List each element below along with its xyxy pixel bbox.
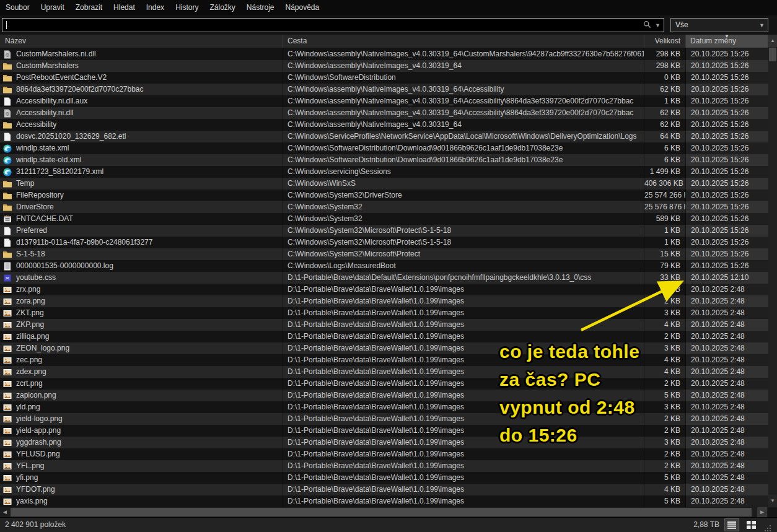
table-row[interactable]: Accessibility.ni.dll.auxC:\Windows\assem…	[0, 95, 768, 107]
status-bar: 2 402 901 položek 2,88 TB	[0, 517, 777, 532]
file-size: 6 KB	[644, 154, 686, 166]
table-row[interactable]: Accessibility.ni.dllC:\Windows\assembly\…	[0, 107, 768, 119]
menu-item-zalozky[interactable]: Záložky	[204, 0, 240, 15]
table-row[interactable]: zcrt.pngD:\1-Portable\Brave\data\BraveWa…	[0, 378, 768, 390]
horizontal-scrollbar-thumb[interactable]	[11, 508, 752, 517]
file-date: 20.10.2025 2:48	[686, 354, 768, 366]
file-icon	[2, 226, 12, 236]
scroll-right-button[interactable]: ►	[757, 507, 767, 517]
table-row[interactable]: TempC:\Windows\WinSxS406 306 KB20.10.202…	[0, 178, 768, 190]
file-size: 4 KB	[644, 354, 686, 366]
table-row[interactable]: ZEON_logo.pngD:\1-Portable\Brave\data\Br…	[0, 342, 768, 354]
table-row[interactable]: dosvc.20251020_132629_682.etlC:\Windows\…	[0, 131, 768, 142]
file-size: 298 KB	[644, 60, 686, 72]
png-icon	[2, 344, 12, 354]
css-icon	[2, 273, 12, 283]
table-row[interactable]: yaxis.pngD:\1-Portable\Brave\data\BraveW…	[0, 495, 768, 507]
file-date: 20.10.2025 15:26	[686, 142, 768, 154]
table-row[interactable]: ZKT.pngD:\1-Portable\Brave\data\BraveWal…	[0, 307, 768, 319]
menu-item-zobrazit[interactable]: Zobrazit	[70, 0, 108, 15]
menu-item-hledat[interactable]: Hledat	[108, 0, 141, 15]
column-header-size[interactable]: Velikost	[644, 35, 686, 48]
search-box[interactable]: ▼	[2, 18, 664, 32]
table-row[interactable]: zora.pngD:\1-Portable\Brave\data\BraveWa…	[0, 295, 768, 307]
edge-icon	[2, 144, 12, 154]
table-row[interactable]: PostRebootEventCache.V2C:\Windows\Softwa…	[0, 72, 768, 84]
file-date: 20.10.2025 2:48	[686, 307, 768, 319]
table-row[interactable]: DriverStoreC:\Windows\System3225 576 876…	[0, 201, 768, 213]
vertical-scrollbar[interactable]: ▲ ▼	[768, 35, 777, 507]
table-row[interactable]: YFL.pngD:\1-Portable\Brave\data\BraveWal…	[0, 460, 768, 472]
table-row[interactable]: 31211723_581202179.xmlC:\Windows\servici…	[0, 166, 768, 178]
table-row[interactable]: 8864da3ef339720e00f2d7070c27bbacC:\Windo…	[0, 84, 768, 95]
table-row[interactable]: yield-app.pngD:\1-Portable\Brave\data\Br…	[0, 425, 768, 437]
table-row[interactable]: yfi.pngD:\1-Portable\Brave\data\BraveWal…	[0, 472, 768, 484]
file-size: 3 KB	[644, 401, 686, 413]
table-row[interactable]: CustomMarshalers.ni.dllC:\Windows\assemb…	[0, 48, 768, 60]
filter-dropdown[interactable]: Vše ▼	[670, 18, 768, 32]
table-row[interactable]: zapicon.pngD:\1-Portable\Brave\data\Brav…	[0, 390, 768, 401]
column-header-path[interactable]: Cesta	[283, 35, 644, 48]
file-date: 20.10.2025 15:26	[686, 154, 768, 166]
table-row[interactable]: zrx.pngD:\1-Portable\Brave\data\BraveWal…	[0, 284, 768, 295]
table-row[interactable]: FileRepositoryC:\Windows\System32\Driver…	[0, 190, 768, 201]
table-row[interactable]: yld.pngD:\1-Portable\Brave\data\BraveWal…	[0, 401, 768, 413]
table-row[interactable]: zec.pngD:\1-Portable\Brave\data\BraveWal…	[0, 354, 768, 366]
table-row[interactable]: YFLUSD.pngD:\1-Portable\Brave\data\Brave…	[0, 448, 768, 460]
table-row[interactable]: zilliqa.pngD:\1-Portable\Brave\data\Brav…	[0, 331, 768, 342]
folder-icon	[2, 250, 12, 259]
file-name: yield-logo.png	[16, 413, 63, 425]
menu-item-history[interactable]: History	[170, 0, 204, 15]
table-row[interactable]: windlp.state.xmlC:\Windows\SoftwareDistr…	[0, 142, 768, 154]
file-name: 0000001535-0000000000.log	[16, 260, 113, 272]
table-row[interactable]: AccessibilityC:\Windows\assembly\NativeI…	[0, 119, 768, 131]
search-input[interactable]	[9, 19, 622, 32]
column-header-date[interactable]: ▼ Datum změny	[686, 35, 768, 48]
file-name: yfi.png	[16, 472, 38, 484]
table-row[interactable]: YFDOT.pngD:\1-Portable\Brave\data\BraveW…	[0, 484, 768, 495]
file-size: 1 KB	[644, 225, 686, 237]
menu-item-index[interactable]: Index	[141, 0, 170, 15]
menu-item-soubor[interactable]: Soubor	[0, 0, 35, 15]
scroll-up-button[interactable]: ▲	[768, 35, 777, 47]
png-icon	[2, 414, 12, 424]
table-row[interactable]: FNTCACHE.DATC:\Windows\System32589 KB20.…	[0, 213, 768, 225]
table-row[interactable]: CustomMarshalersC:\Windows\assembly\Nati…	[0, 60, 768, 72]
file-date: 20.10.2025 2:48	[686, 378, 768, 390]
table-row[interactable]: d137911b-011a-4fa7-b9b0-c248061f3277C:\W…	[0, 237, 768, 248]
table-row[interactable]: windlp.state-old.xmlC:\Windows\SoftwareD…	[0, 154, 768, 166]
horizontal-scrollbar[interactable]: ◄ ►	[0, 507, 768, 517]
table-row[interactable]: zdex.pngD:\1-Portable\Brave\data\BraveWa…	[0, 366, 768, 378]
menu-bar: SouborUpravitZobrazitHledatIndexHistoryZ…	[0, 0, 777, 15]
file-name: FileRepository	[16, 190, 64, 201]
list-view-icon[interactable]	[725, 519, 739, 531]
menu-item-napoveda[interactable]: Nápověda	[280, 0, 325, 15]
column-header-name[interactable]: Název	[0, 35, 283, 48]
file-name: S-1-5-18	[16, 248, 45, 260]
file-path: D:\1-Portable\Brave\data\BraveWallet\1.0…	[283, 284, 644, 295]
table-row[interactable]: yggdrash.pngD:\1-Portable\Brave\data\Bra…	[0, 437, 768, 448]
file-path: D:\1-Portable\Brave\data\BraveWallet\1.0…	[283, 413, 644, 425]
table-row[interactable]: yield-logo.pngD:\1-Portable\Brave\data\B…	[0, 413, 768, 425]
scroll-left-button[interactable]: ◄	[0, 507, 10, 517]
menu-item-nastroje[interactable]: Nástroje	[241, 0, 280, 15]
table-row[interactable]: 0000001535-0000000000.logC:\Windows\Logs…	[0, 260, 768, 272]
table-row[interactable]: ZKP.pngD:\1-Portable\Brave\data\BraveWal…	[0, 319, 768, 331]
file-name-cell: zilliqa.png	[0, 331, 283, 342]
table-row[interactable]: youtube.cssD:\1-Portable\Brave\data\Defa…	[0, 272, 768, 284]
table-row[interactable]: S-1-5-18C:\Windows\System32\Microsoft\Pr…	[0, 248, 768, 260]
vertical-scrollbar-thumb[interactable]	[769, 48, 776, 61]
thumbnail-view-icon[interactable]	[744, 519, 758, 531]
file-size: 62 KB	[644, 84, 686, 95]
menu-item-upravit[interactable]: Upravit	[35, 0, 70, 15]
scroll-down-button[interactable]: ▼	[768, 495, 777, 507]
table-row[interactable]: PreferredC:\Windows\System32\Microsoft\P…	[0, 225, 768, 237]
window-resize-grip[interactable]	[765, 525, 771, 531]
search-options-dropdown-icon[interactable]: ▼	[655, 23, 661, 28]
file-name-cell: YFDOT.png	[0, 484, 283, 495]
file-path: C:\Windows\servicing\Sessions	[283, 166, 644, 178]
file-name: CustomMarshalers.ni.dll	[16, 48, 96, 60]
log-icon	[2, 261, 12, 271]
file-name: DriverStore	[16, 201, 54, 213]
search-icon[interactable]	[643, 20, 651, 31]
